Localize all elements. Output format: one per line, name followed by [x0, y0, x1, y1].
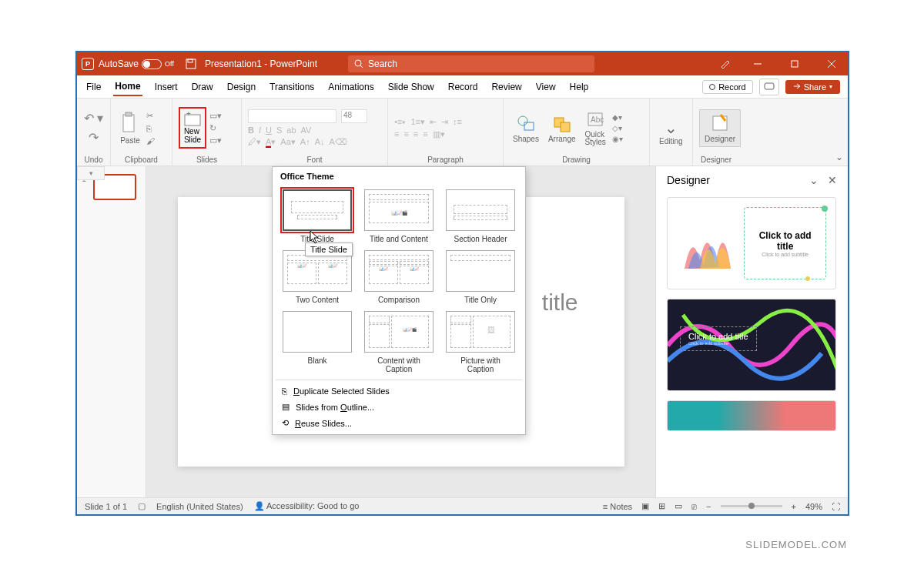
- designer-button[interactable]: Designer: [699, 109, 741, 147]
- layout-title-content[interactable]: 📊📈🎬 Title and Content: [359, 186, 439, 245]
- comments-button[interactable]: [759, 79, 779, 95]
- tab-home[interactable]: Home: [113, 78, 142, 96]
- quick-styles-button[interactable]: AbcQuick Styles: [582, 108, 609, 148]
- share-button[interactable]: Share▾: [785, 80, 840, 94]
- layout-comparison[interactable]: 📊📈📊📈 Comparison: [359, 246, 439, 306]
- font-color-button[interactable]: A▾: [266, 137, 276, 147]
- record-button[interactable]: Record: [702, 80, 752, 94]
- layout-title-only[interactable]: Title Only: [440, 246, 521, 306]
- spellcheck-icon[interactable]: ▢: [138, 501, 146, 511]
- design-suggestion-3[interactable]: [667, 400, 836, 431]
- italic-button[interactable]: I: [259, 125, 261, 135]
- design-suggestion-1[interactable]: Click to add title Click to add subtitle: [667, 197, 836, 289]
- zoom-slider[interactable]: [721, 505, 782, 507]
- designer-group-label: Designer: [699, 154, 733, 164]
- new-slide-button[interactable]: + New Slide: [179, 107, 206, 149]
- tab-review[interactable]: Review: [490, 79, 523, 95]
- title-bar: P AutoSave Off Presentation1 - PowerPoin…: [77, 52, 848, 75]
- slides-from-outline-cmd[interactable]: ▤Slides from Outline...: [276, 399, 522, 415]
- close-pane-icon[interactable]: ✕: [828, 174, 837, 186]
- char-spacing-button[interactable]: AV: [301, 125, 312, 135]
- collapse-ribbon-button[interactable]: ⌄: [835, 152, 843, 162]
- accessibility-status[interactable]: 👤 Accessibility: Good to go: [254, 501, 360, 511]
- zoom-in-button[interactable]: +: [792, 502, 796, 511]
- toggle-icon: [142, 59, 162, 69]
- layout-content-caption[interactable]: 📊📈🎬 Content with Caption: [359, 307, 439, 375]
- shape-effects-button[interactable]: ◉▾: [612, 135, 623, 143]
- reset-button[interactable]: ↻: [209, 123, 222, 133]
- copy-icon[interactable]: ⎘: [146, 124, 155, 133]
- title-placeholder[interactable]: title: [542, 289, 578, 316]
- bullets-button[interactable]: ⦁≡▾: [394, 117, 406, 127]
- close-button[interactable]: [820, 55, 843, 73]
- save-icon[interactable]: [185, 58, 197, 70]
- language-status[interactable]: English (United States): [156, 502, 243, 511]
- indent-dec-button[interactable]: ⇤: [430, 117, 437, 127]
- font-size-combo[interactable]: 48: [341, 109, 367, 123]
- reuse-slides-cmd[interactable]: ⟲Reuse Slides...: [276, 415, 522, 431]
- tab-record[interactable]: Record: [447, 79, 480, 95]
- cut-icon[interactable]: ✂: [146, 111, 155, 121]
- notes-button[interactable]: ≡ Notes: [603, 502, 632, 511]
- indent-inc-button[interactable]: ⇥: [441, 117, 448, 127]
- clear-format-button[interactable]: A⌫: [330, 137, 347, 147]
- sorter-view-icon[interactable]: ⊞: [658, 501, 665, 511]
- tab-slideshow[interactable]: Slide Show: [387, 79, 436, 95]
- slide-counter: Slide 1 of 1: [85, 502, 127, 511]
- layout-section-header[interactable]: Section Header: [440, 186, 521, 245]
- align-center-button[interactable]: ≡: [403, 129, 408, 139]
- arrange-button[interactable]: Arrange: [545, 112, 579, 145]
- tab-file[interactable]: File: [85, 79, 102, 95]
- minimize-button[interactable]: [746, 55, 769, 73]
- change-case-button[interactable]: Aa▾: [280, 137, 295, 147]
- maximize-button[interactable]: [783, 55, 806, 73]
- qat-dropdown[interactable]: ▾: [77, 166, 105, 180]
- redo-button[interactable]: ↷: [89, 130, 99, 145]
- section-button[interactable]: ▭▾: [209, 135, 222, 146]
- undo-button[interactable]: ↶ ▾: [84, 111, 103, 125]
- bold-button[interactable]: B: [248, 125, 254, 135]
- highlight-button[interactable]: 🖊▾: [248, 137, 261, 147]
- shadow-button[interactable]: ab: [286, 125, 296, 135]
- align-right-button[interactable]: ≡: [413, 129, 418, 139]
- shape-outline-button[interactable]: ◇▾: [612, 124, 623, 132]
- editing-button[interactable]: ⌄Editing: [656, 117, 686, 147]
- design-suggestion-2[interactable]: Click to add title Click to add subtitle: [667, 299, 836, 391]
- zoom-level[interactable]: 49%: [805, 502, 822, 511]
- tab-design[interactable]: Design: [226, 79, 257, 95]
- shapes-button[interactable]: Shapes: [510, 112, 542, 145]
- autosave-toggle[interactable]: AutoSave Off: [99, 59, 174, 69]
- tab-help[interactable]: Help: [568, 79, 591, 95]
- shape-fill-button[interactable]: ◆▾: [612, 113, 623, 122]
- tab-transitions[interactable]: Transitions: [268, 79, 316, 95]
- pen-icon[interactable]: [720, 58, 732, 70]
- layout-blank[interactable]: Blank: [277, 307, 357, 375]
- columns-button[interactable]: ▥▾: [433, 129, 445, 139]
- fit-to-window-button[interactable]: ⛶: [832, 502, 840, 511]
- chevron-down-icon[interactable]: ⌄: [809, 174, 819, 186]
- grow-font-button[interactable]: A↑: [300, 137, 310, 146]
- tab-draw[interactable]: Draw: [190, 79, 215, 95]
- strikethrough-button[interactable]: S: [276, 125, 282, 135]
- undo-group-label: Undo: [83, 154, 104, 164]
- align-left-button[interactable]: ≡: [394, 129, 399, 139]
- tab-animations[interactable]: Animations: [326, 79, 375, 95]
- paste-button[interactable]: Paste: [117, 110, 143, 146]
- layout-button[interactable]: ▭▾: [209, 111, 222, 121]
- numbering-button[interactable]: 1≡▾: [410, 117, 425, 127]
- line-spacing-button[interactable]: ↕≡: [453, 117, 462, 126]
- zoom-out-button[interactable]: −: [706, 502, 711, 511]
- underline-button[interactable]: U: [266, 125, 272, 135]
- normal-view-icon[interactable]: ▣: [641, 501, 649, 511]
- tab-view[interactable]: View: [534, 79, 557, 95]
- justify-button[interactable]: ≡: [423, 129, 427, 139]
- tab-insert[interactable]: Insert: [153, 79, 179, 95]
- search-input[interactable]: Search: [348, 55, 594, 72]
- reading-view-icon[interactable]: ▭: [675, 501, 682, 511]
- layout-picture-caption[interactable]: 🖼 Picture with Caption: [440, 307, 521, 375]
- duplicate-slides-cmd[interactable]: ⎘Duplicate Selected Slides: [276, 383, 522, 399]
- slideshow-view-icon[interactable]: ⎚: [691, 502, 697, 511]
- shrink-font-button[interactable]: A↓: [315, 137, 325, 146]
- format-painter-icon[interactable]: 🖌: [146, 136, 155, 146]
- font-combo[interactable]: [248, 109, 336, 123]
